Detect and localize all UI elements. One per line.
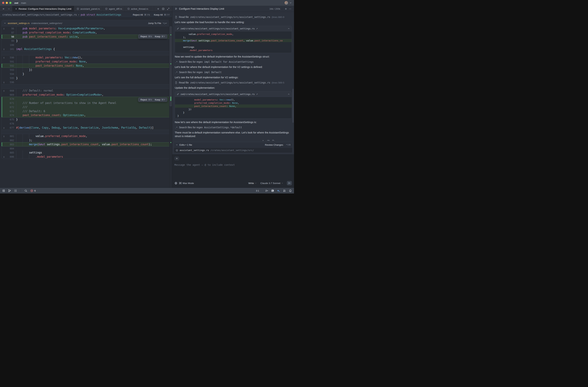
gutter: 100 (2, 43, 14, 47)
expand-down-icon[interactable]: ↧ (2, 126, 6, 129)
code-token: Default (139, 126, 150, 129)
expand-down-icon[interactable]: ↧ (2, 48, 6, 50)
excerpt-separator[interactable] (2, 130, 169, 134)
external-link-icon[interactable]: ↗ (256, 27, 258, 30)
notifications-icon[interactable] (289, 189, 292, 192)
cursor-position[interactable]: 3:1 (256, 189, 259, 192)
scrollbar-thumb[interactable] (170, 26, 172, 106)
message-input[interactable]: Message the agent – @ to include context (174, 163, 292, 166)
tool-call[interactable]: Read filezed/crates/assistant_settings/s… (175, 81, 292, 84)
assistant-panel-icon[interactable] (277, 189, 280, 192)
tool-call[interactable]: Read filezed/crates/assistant_settings/s… (175, 15, 292, 19)
agent-thread[interactable]: Read filezed/crates/assistant_settings/s… (172, 12, 294, 141)
expand-up-icon[interactable]: ↥ (2, 27, 6, 30)
code-token: PartialEq (121, 126, 136, 129)
collapse-card-icon[interactable] (288, 27, 290, 30)
edit-card-header[interactable]: zed/crates/assistant_settings/src/assist… (175, 26, 292, 31)
zoom-window-button[interactable] (9, 2, 11, 4)
edits-header[interactable]: Edits • 1 file Review Changes ^⇧R (174, 142, 292, 147)
collapse-file-icon[interactable] (4, 22, 6, 24)
user-avatar[interactable] (284, 1, 288, 5)
copy-as-markdown-icon[interactable] (272, 140, 275, 141)
breadcrumb[interactable]: crates/assistant_settings/src/assistant_… (2, 13, 121, 16)
tabbar-spacer (151, 6, 154, 12)
web-search-icon[interactable] (174, 182, 177, 185)
edit-prediction-icon[interactable] (265, 189, 268, 192)
jump-to-file-button[interactable]: Jump To File⌥↵ (148, 22, 167, 24)
tab-review[interactable]: Review: Configure Past Interactions Disp… (12, 6, 74, 12)
code-token (27, 27, 29, 30)
split-editor-button[interactable] (161, 7, 165, 11)
external-link-icon[interactable]: ↗ (256, 93, 258, 95)
keep-all-button[interactable]: Keep All⌘⇧Y (154, 13, 169, 16)
collaboration-icon[interactable] (283, 189, 286, 192)
close-window-button[interactable] (2, 2, 4, 4)
indent-guides (16, 134, 35, 138)
panel-scrollbar-thumb[interactable] (292, 89, 294, 123)
reject-all-button[interactable]: Reject All⌘⇧N (133, 13, 150, 16)
error-count: 6 (34, 189, 36, 192)
git-branch-label[interactable]: main (21, 2, 26, 4)
tab-assistant_panel-rs[interactable]: Rassistant_panel.rs (74, 6, 103, 12)
keep-hunk-button[interactable]: Keep⌘Y (155, 35, 165, 38)
code-token: merge (183, 39, 190, 42)
model-select[interactable]: Claude 3.7 Sonnet (260, 182, 283, 184)
terminal-panel-icon[interactable] (271, 189, 274, 192)
project-panel-icon[interactable] (2, 189, 5, 192)
go-forward-button[interactable] (6, 7, 11, 11)
send-message-button[interactable] (287, 181, 292, 185)
line-number: 669 (6, 93, 14, 96)
code-text: /// Number of past interactions to show … (14, 101, 116, 105)
edited-file-row[interactable]: R assistant_settings.rs /crates/assistan… (174, 147, 292, 153)
excerpt-separator[interactable] (2, 84, 169, 89)
thread-title[interactable]: Configure Past Interactions Display Limi… (179, 7, 224, 10)
maximize-pane-button[interactable] (166, 7, 170, 11)
chevron-down-icon[interactable] (176, 144, 178, 146)
review-changes-button[interactable]: Review Changes (265, 143, 283, 146)
tab-active_thread-rs[interactable]: Ractive_thread.rs (125, 6, 151, 12)
add-context-button[interactable] (174, 157, 179, 160)
agent-mode-select[interactable]: Write (248, 182, 257, 184)
reject-hunk-button[interactable]: Reject⌘N (140, 35, 152, 38)
new-tab-button[interactable] (156, 7, 160, 11)
search-icon[interactable] (24, 189, 27, 192)
code-token: ); (183, 36, 186, 39)
message-composer[interactable]: Message the agent – @ to include context… (172, 155, 294, 188)
editor-scrollbar[interactable] (169, 18, 172, 188)
max-mode-toggle[interactable]: Max Mode (179, 182, 194, 184)
git-panel-icon[interactable] (8, 189, 11, 192)
expand-up-icon[interactable]: ↥ (2, 89, 6, 92)
thumb-down-icon[interactable] (267, 140, 270, 141)
code-text: pub past_interactions_count: usize, (14, 35, 79, 39)
minimize-window-button[interactable] (6, 2, 8, 4)
expand-down-icon[interactable]: ↧ (2, 81, 6, 84)
expand-up-icon[interactable]: ↥ (2, 56, 6, 59)
tool-call[interactable]: .*Search files for regeximpl Default for… (175, 60, 292, 64)
chevron-down-icon[interactable] (289, 2, 292, 4)
gutter: 591 (2, 60, 14, 64)
line-number: 886 (6, 155, 14, 158)
expand-up-icon[interactable]: ↥ (2, 135, 6, 137)
excerpt-separator[interactable] (2, 51, 169, 55)
panel-menu-button[interactable] (288, 7, 292, 11)
tool-call[interactable]: .*Search files for regexAssistantSetting… (175, 126, 292, 129)
diff-editor[interactable]: assistant_settings.rs crates/assistant_s… (0, 18, 172, 188)
excerpt-file-header[interactable]: assistant_settings.rs crates/assistant_s… (2, 20, 169, 26)
expand-down-icon[interactable]: ↧ (2, 155, 6, 158)
keep-hunk-button[interactable]: Keep⌘Y (155, 98, 165, 101)
go-back-button[interactable] (1, 7, 6, 11)
tool-call[interactable]: .*Search files for regeximpl Default (175, 70, 292, 74)
code-token: Option<CompletionMode> (66, 93, 102, 96)
edit-card-header[interactable]: zed/crates/assistant_settings/src/assist… (175, 91, 292, 97)
line-number: 676 (6, 122, 14, 125)
thumb-up-icon[interactable] (262, 140, 265, 141)
tab-agent_diff-rs[interactable]: Ragent_diff.rs (103, 6, 125, 12)
diagnostics-button[interactable]: 6 (30, 189, 36, 192)
collapse-card-icon[interactable] (288, 93, 290, 95)
nav-history (0, 6, 12, 12)
new-thread-button[interactable] (284, 7, 288, 11)
outline-panel-icon[interactable] (14, 189, 17, 192)
code-token: Clone (31, 126, 39, 129)
thread-list-icon[interactable] (175, 7, 178, 10)
reject-hunk-button[interactable]: Reject⌘N (140, 98, 152, 101)
